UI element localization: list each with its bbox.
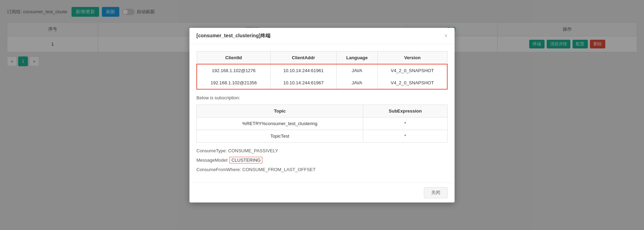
message-model-line: MessageModel: CLUSTERING	[196, 157, 448, 163]
consume-type-label: ConsumeType:	[196, 148, 227, 153]
sub-table-header-row: Topic SubExpression	[197, 105, 448, 117]
message-model-value: CLUSTERING	[230, 157, 262, 163]
subscription-label: Below is subscription:	[196, 95, 448, 100]
client-table-head: ClientId ClientAddr Language Version	[197, 51, 447, 64]
col-version: Version	[377, 51, 447, 64]
close-modal-button[interactable]: 关闭	[424, 187, 448, 198]
modal-footer: 关闭	[189, 183, 455, 202]
sub-row-1: %RETRY%consumer_test_clustering *	[197, 117, 448, 130]
sub-row-2: TopicTest *	[197, 130, 448, 142]
modal-overlay: [consumer_test_clustering]终端 × ClientId …	[0, 0, 644, 230]
cell-client-addr-1: 10.10.14.244:61961	[270, 64, 336, 77]
cell-version-1: V4_2_0_SNAPSHOT	[377, 64, 447, 77]
consume-from-line: ConsumeFromWhere: CONSUME_FROM_LAST_OFFS…	[196, 167, 448, 172]
subscription-table: Topic SubExpression %RETRY%consumer_test…	[196, 105, 448, 143]
cell-language-2: JAVA	[336, 77, 377, 89]
consume-type-value: CONSUME_PASSIVELY	[228, 148, 278, 153]
modal-close-icon[interactable]: ×	[444, 33, 448, 39]
message-model-label: MessageModel:	[196, 158, 229, 163]
modal-header: [consumer_test_clustering]终端 ×	[189, 28, 455, 44]
cell-language-1: JAVA	[336, 64, 377, 77]
client-table-body: 192.168.1.102@1276 10.10.14.244:61961 JA…	[197, 64, 447, 89]
cell-sub-expr-1: *	[363, 117, 448, 130]
client-row-1: 192.168.1.102@1276 10.10.14.244:61961 JA…	[197, 64, 447, 77]
consume-type-line: ConsumeType: CONSUME_PASSIVELY	[196, 148, 448, 153]
cell-client-addr-2: 10.10.14.244:61967	[270, 77, 336, 89]
cell-topic-2: TopicTest	[197, 130, 363, 142]
consume-from-value: CONSUME_FROM_LAST_OFFSET	[242, 167, 316, 172]
col-client-id: ClientId	[197, 51, 270, 64]
col-language: Language	[336, 51, 377, 64]
client-row-2: 192.168.1.102@21356 10.10.14.244:61967 J…	[197, 77, 447, 89]
col-sub-expression: SubExpression	[363, 105, 448, 117]
cell-sub-expr-2: *	[363, 130, 448, 142]
client-table: ClientId ClientAddr Language Version 192…	[196, 51, 448, 90]
modal-dialog: [consumer_test_clustering]终端 × ClientId …	[189, 28, 455, 202]
sub-table-head: Topic SubExpression	[197, 105, 448, 117]
consume-from-label: ConsumeFromWhere:	[196, 167, 241, 172]
cell-client-id-2: 192.168.1.102@21356	[197, 77, 270, 89]
sub-table-body: %RETRY%consumer_test_clustering * TopicT…	[197, 117, 448, 142]
col-topic: Topic	[197, 105, 363, 117]
cell-topic-1: %RETRY%consumer_test_clustering	[197, 117, 363, 130]
col-client-addr: ClientAddr	[270, 51, 336, 64]
cell-client-id-1: 192.168.1.102@1276	[197, 64, 270, 77]
client-table-header-row: ClientId ClientAddr Language Version	[197, 51, 447, 64]
modal-body: ClientId ClientAddr Language Version 192…	[189, 44, 455, 183]
modal-title: [consumer_test_clustering]终端	[196, 33, 270, 39]
cell-version-2: V4_2_0_SNAPSHOT	[377, 77, 447, 89]
